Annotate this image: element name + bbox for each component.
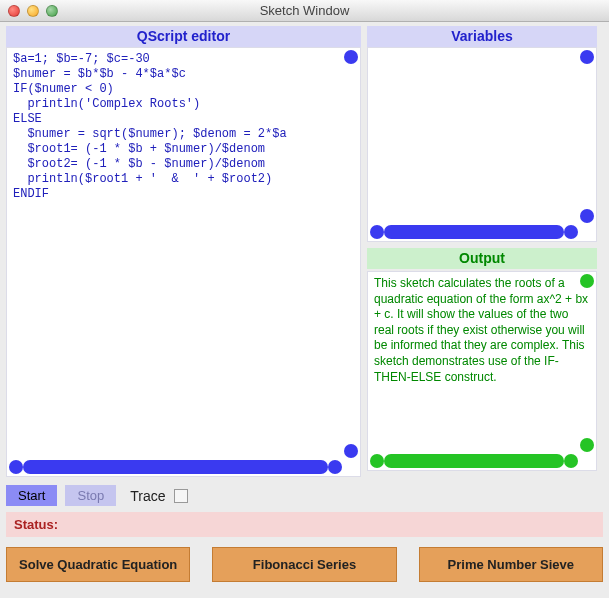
solve-quadratic-button[interactable]: Solve Quadratic Equation [6, 547, 190, 582]
fibonacci-button[interactable]: Fibonacci Series [212, 547, 396, 582]
editor-scrollbar-h[interactable] [9, 460, 342, 474]
zoom-icon[interactable] [46, 5, 58, 17]
status-bar: Status: [6, 512, 603, 537]
minimize-icon[interactable] [27, 5, 39, 17]
variables-header: Variables [367, 26, 597, 47]
output-scrollbar-v[interactable] [580, 274, 594, 452]
output-panel[interactable]: This sketch calculates the roots of a qu… [367, 271, 597, 471]
controls-row: Start Stop Trace [6, 483, 603, 508]
variables-scrollbar-h[interactable] [370, 225, 578, 239]
stop-button[interactable]: Stop [65, 485, 116, 506]
prime-sieve-button[interactable]: Prime Number Sieve [419, 547, 603, 582]
window-titlebar: Sketch Window [0, 0, 609, 22]
editor-scrollbar-v[interactable] [344, 50, 358, 458]
start-button[interactable]: Start [6, 485, 57, 506]
editor-header: QScript editor [6, 26, 361, 47]
output-scrollbar-h[interactable] [370, 454, 578, 468]
variables-scrollbar-v[interactable] [580, 50, 594, 223]
editor-code[interactable]: $a=1; $b=-7; $c=-30 $numer = $b*$b - 4*$… [7, 48, 360, 206]
window-title: Sketch Window [0, 3, 609, 18]
status-label: Status: [14, 517, 58, 532]
close-icon[interactable] [8, 5, 20, 17]
output-text: This sketch calculates the roots of a qu… [368, 272, 596, 389]
trace-label: Trace [130, 488, 165, 504]
trace-checkbox[interactable] [174, 489, 188, 503]
variables-panel[interactable] [367, 47, 597, 242]
output-header: Output [367, 248, 597, 269]
editor-panel[interactable]: $a=1; $b=-7; $c=-30 $numer = $b*$b - 4*$… [6, 47, 361, 477]
